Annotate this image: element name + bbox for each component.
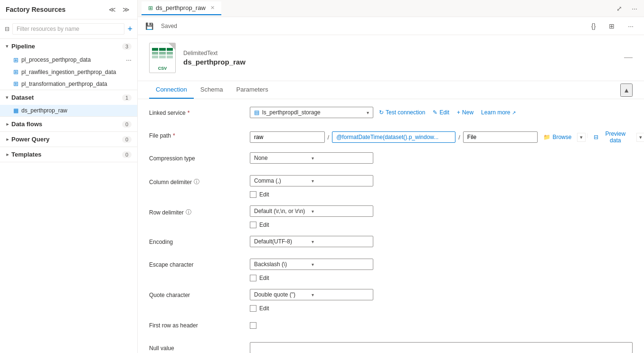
sidebar-item-pl1[interactable]: ⊞ pl_process_perthprop_data ··· (0, 54, 137, 66)
code-view-icon[interactable]: {} (588, 21, 598, 31)
templates-section-badge: 0 (122, 151, 132, 158)
dataset-section-label: Dataset (11, 94, 34, 101)
column-delimiter-edit-label[interactable]: Edit (259, 191, 269, 198)
preview-icon: ⊟ (594, 134, 598, 140)
row-delimiter-edit-label[interactable]: Edit (259, 222, 269, 228)
tab-parameters[interactable]: Parameters (229, 81, 275, 99)
dataset-chevron-icon: ▾ (6, 94, 9, 101)
escape-char-edit-label[interactable]: Edit (259, 275, 269, 281)
sidebar-item-ds1[interactable]: ▦ ds_perthprop_raw (0, 105, 137, 116)
row-delimiter-chevron-icon: ▾ (312, 209, 369, 214)
encoding-dropdown[interactable]: Default(UTF-8) ▾ (250, 236, 373, 247)
linked-service-value: ls_perthpropdl_storage (262, 109, 364, 116)
path-dropdown-down[interactable]: ▾ (577, 133, 586, 142)
saved-label: Saved (161, 23, 177, 29)
first-row-header-checkbox[interactable] (250, 322, 256, 329)
preview-dropdown-btn[interactable]: ▾ (636, 133, 644, 142)
search-input[interactable] (12, 23, 124, 35)
path-sep: | (587, 133, 588, 142)
quote-char-edit-checkbox[interactable] (250, 305, 256, 312)
tab-connection[interactable]: Connection (149, 81, 194, 99)
learn-more-link[interactable]: Learn more ↗ (479, 109, 518, 116)
sidebar-header: Factory Resources ≪ ≫ (0, 0, 137, 19)
file-path-expression[interactable]: @formatDateTime(dataset().p_window... (332, 131, 455, 143)
row-delimiter-label: Row delimiter ⓘ (149, 205, 244, 216)
toolbar-more-icon[interactable]: ··· (625, 21, 636, 31)
sidebar-item-label-ds1: ds_perthprop_raw (21, 107, 132, 114)
content-panel: Linked service * ▤ ls_perthpropdl_storag… (138, 99, 644, 353)
tab-schema[interactable]: Schema (194, 81, 230, 99)
row-delimiter-dropdown[interactable]: Default (\r,\n, or \r\n) ▾ (250, 205, 373, 217)
csv-file-icon: CSV (149, 43, 176, 73)
pipeline-item-icon: ⊞ (13, 56, 19, 64)
templates-section-header[interactable]: ▾ Templates 0 (0, 147, 137, 162)
escape-char-edit-checkbox[interactable] (250, 275, 256, 281)
null-value-label: Null value (149, 342, 244, 352)
sidebar-section-powerquery: ▾ Power Query 0 (0, 132, 137, 147)
tab-actions: ⤢ ··· (614, 4, 640, 13)
quote-character-chevron-icon: ▾ (312, 292, 369, 297)
expand-icon[interactable]: ≫ (121, 5, 132, 14)
quote-char-edit-label[interactable]: Edit (259, 305, 269, 312)
tab-ds-perthprop-raw[interactable]: ⊞ ds_perthprop_raw ✕ (142, 1, 221, 15)
edit-icon: ✎ (433, 109, 437, 116)
folder-icon: 📁 (543, 134, 550, 140)
file-path-end-input[interactable] (463, 131, 538, 143)
dataset-item-icon: ▦ (13, 107, 19, 114)
linked-service-row: Linked service * ▤ ls_perthpropdl_storag… (149, 107, 633, 122)
search-row: ⊟ + (0, 19, 137, 39)
item-more-icon[interactable]: ··· (126, 56, 132, 64)
powerquery-chevron-icon: ▾ (4, 138, 10, 141)
column-delimiter-dropdown[interactable]: Comma (,) ▾ (250, 175, 373, 186)
pipeline-section-label: Pipeline (11, 43, 35, 50)
sidebar-section-pipeline: ▾ Pipeline 3 ⊞ pl_process_perthprop_data… (0, 39, 137, 90)
storage-icon: ▤ (254, 109, 259, 116)
row-delimiter-edit-checkbox[interactable] (250, 222, 256, 228)
dataset-name-label: ds_perthprop_raw (183, 58, 246, 66)
row-delimiter-info-icon[interactable]: ⓘ (186, 208, 191, 216)
collapse-icon[interactable]: ≪ (107, 5, 118, 14)
more-options-icon[interactable]: ··· (629, 4, 640, 13)
dataflows-section-label: Data flows (11, 121, 42, 128)
collapse-panel-icon[interactable]: ▲ (620, 84, 633, 97)
column-delimiter-info-icon[interactable]: ⓘ (194, 178, 199, 186)
edit-linked-service-button[interactable]: ✎ Edit (431, 109, 451, 116)
test-connection-button[interactable]: ↻ Test connection (377, 109, 427, 116)
sidebar-header-icons: ≪ ≫ (107, 5, 132, 14)
quote-character-dropdown[interactable]: Double quote (") ▾ (250, 289, 373, 300)
dataset-section-header[interactable]: ▾ Dataset 1 (0, 90, 137, 105)
escape-character-dropdown[interactable]: Backslash (\) ▾ (250, 259, 373, 270)
encoding-label: Encoding (149, 236, 244, 245)
preview-data-button[interactable]: ⊟ Preview data (591, 130, 634, 145)
row-delimiter-value: Default (\r,\n, or \r\n) (254, 208, 312, 214)
sidebar-item-pl3[interactable]: ⊞ pl_transformation_perthprop_data (0, 78, 137, 90)
schema-view-icon[interactable]: ⊞ (606, 21, 617, 31)
sidebar-item-label-pl1: pl_process_perthprop_data (21, 56, 123, 63)
pipeline-section-header[interactable]: ▾ Pipeline 3 (0, 39, 137, 54)
escape-character-value: Backslash (\) (254, 261, 312, 268)
add-icon: + (457, 109, 460, 116)
null-value-row: Null value (149, 342, 633, 353)
column-delimiter-edit-checkbox[interactable] (250, 191, 256, 198)
tab-csv-icon: ⊞ (148, 5, 153, 11)
tab-close-icon[interactable]: ✕ (210, 5, 215, 11)
sidebar-item-pl2[interactable]: ⊞ pl_rawfiles_ingestion_perthprop_data (0, 66, 137, 78)
column-delimiter-value: Comma (,) (254, 177, 312, 184)
compression-type-dropdown[interactable]: None ▾ (250, 152, 373, 164)
null-value-input[interactable] (250, 342, 633, 353)
sidebar-section-dataset: ▾ Dataset 1 ▦ ds_perthprop_raw (0, 90, 137, 117)
browse-button[interactable]: 📁 Browse (540, 133, 574, 141)
escape-character-row: Escape character Backslash (\) ▾ Edit (149, 259, 633, 281)
sidebar-item-label-pl3: pl_transformation_perthprop_data (21, 81, 132, 87)
linked-service-dropdown[interactable]: ▤ ls_perthpropdl_storage ▾ (250, 107, 373, 118)
new-linked-service-button[interactable]: + New (455, 109, 475, 116)
linked-service-chevron-icon: ▾ (367, 110, 369, 115)
dataflows-section-header[interactable]: ▾ Data flows 0 (0, 117, 137, 131)
expand-tab-icon[interactable]: ⤢ (614, 4, 625, 13)
row-delimiter-row: Row delimiter ⓘ Default (\r,\n, or \r\n)… (149, 205, 633, 228)
tab-label: ds_perthprop_raw (156, 4, 206, 11)
encoding-chevron-icon: ▾ (312, 239, 369, 244)
powerquery-section-header[interactable]: ▾ Power Query 0 (0, 132, 137, 147)
add-resource-button[interactable]: + (127, 24, 133, 34)
file-path-container-input[interactable] (250, 131, 325, 143)
